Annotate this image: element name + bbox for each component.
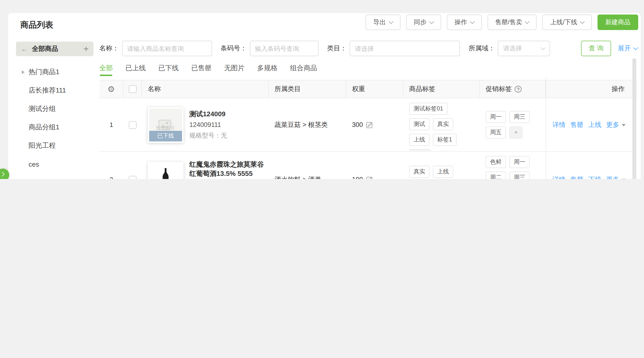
product-image: 售卖中: [148, 162, 184, 179]
filter-input[interactable]: [122, 41, 212, 56]
edit-weight-icon[interactable]: [366, 176, 373, 179]
row-checkbox[interactable]: [129, 121, 136, 129]
add-tag-button[interactable]: +: [510, 126, 522, 139]
table-body: 1暂无图片已下线测试124009124009111规格型号：无蔬菜豆菇 > 根茎…: [99, 98, 637, 179]
filter-tab[interactable]: 已售罄: [191, 64, 212, 73]
add-group-icon[interactable]: +: [84, 45, 88, 53]
chevron-down-icon: [540, 45, 546, 50]
back-arrow-icon[interactable]: ←: [21, 45, 28, 53]
tag-chip: 周三: [510, 171, 530, 179]
row-index: 2: [99, 152, 124, 179]
tag-chip: 标签1: [433, 134, 456, 146]
tag-line: 周五+: [486, 126, 539, 139]
category-cell: 酒水饮料 > 酒类: [269, 152, 346, 179]
sidebar-group-item[interactable]: 店长推荐111: [16, 81, 94, 100]
toolbar-dropdown-button[interactable]: 导出: [366, 15, 400, 30]
table-header: ⚙ 名称 所属类目 权重 商品标签 促销标签 ? 操作: [99, 80, 637, 98]
product-table: ⚙ 名称 所属类目 权重 商品标签 促销标签 ? 操作 1暂无图片已下线测试12…: [99, 80, 637, 179]
tag-line: 真实上线: [409, 166, 475, 178]
filter-tab[interactable]: 已上线: [126, 64, 146, 73]
product-cell: 售卖中红魔鬼赤霞珠之旅莫莱谷红葡萄酒13.5% 5555002070规格型号：7…: [142, 152, 269, 179]
select-all-checkbox[interactable]: [128, 85, 136, 93]
toolbar-button-label: 操作: [455, 18, 467, 27]
expand-filters-link[interactable]: 展开: [618, 44, 637, 53]
filter-input[interactable]: [350, 41, 460, 56]
sidebar-group-label: 测试分组: [28, 105, 56, 113]
tag-line: 测试标签01: [409, 103, 475, 115]
status-tabs: 全部已上线已下线已售罄无图片多规格组合商品: [99, 63, 637, 74]
sidebar-group-item[interactable]: 热门商品1: [16, 63, 94, 81]
header-product-tags: 商品标签: [403, 80, 480, 98]
sidebar-header[interactable]: ← 全部商品 +: [16, 42, 94, 56]
expand-arrow-placeholder: [22, 162, 25, 166]
tag-chip: 色鲜: [486, 156, 506, 168]
filter-input[interactable]: [250, 41, 318, 56]
main-panel: 名称：条码号：类目：所属域：请选择 查 询 展开 全部已上线已下线已售罄无图片多…: [99, 41, 637, 179]
toolbar-dropdown-button[interactable]: 操作: [447, 15, 482, 30]
sidebar-collapse-toggle[interactable]: [0, 169, 9, 179]
row-actions: 详情售罄上线更多: [546, 98, 637, 151]
row-checkbox[interactable]: [129, 176, 136, 179]
filter-tab[interactable]: 已下线: [158, 64, 179, 73]
sidebar-group-item[interactable]: ces: [16, 155, 94, 173]
caret-down-icon: [622, 124, 626, 126]
filter-tab[interactable]: 无图片: [224, 64, 244, 73]
vertical-scrollbar[interactable]: [632, 58, 636, 179]
tag-list: 色鲜周一周二周三周四周五: [486, 152, 539, 179]
row-action-link[interactable]: 上线: [588, 120, 602, 129]
sidebar-group-item[interactable]: 测试分组1: [16, 173, 94, 179]
row-checkbox-cell: [124, 152, 142, 179]
header-promo-tags: 促销标签 ?: [480, 80, 546, 98]
expand-filters-label: 展开: [618, 44, 631, 53]
filter-fields: 名称：条码号：类目：所属域：请选择: [99, 41, 559, 56]
create-product-button[interactable]: 新建商品: [598, 15, 638, 30]
product-name: 测试124009: [189, 110, 227, 119]
toolbar-dropdown-button[interactable]: 同步: [406, 15, 441, 30]
row-action-link[interactable]: 详情: [552, 120, 566, 129]
tag-line: 周一周三: [486, 111, 539, 123]
sidebar-group-item[interactable]: 阳光工程: [16, 137, 94, 155]
product-spec: 规格型号：无: [189, 131, 227, 140]
row-action-more[interactable]: 更多: [606, 120, 619, 129]
filter-select[interactable]: 请选择: [498, 41, 550, 56]
clipped-tags: [409, 149, 475, 151]
column-settings-icon[interactable]: ⚙: [108, 84, 115, 94]
page-title: 商品列表: [20, 19, 53, 31]
toolbar: 导出同步操作售罄/售卖上线/下线 新建商品: [366, 15, 638, 30]
row-action-more[interactable]: 更多: [606, 175, 619, 179]
caret-down-icon: [622, 179, 626, 179]
row-action-link[interactable]: 详情: [552, 175, 566, 179]
product-list-page: 商品列表 导出同步操作售罄/售卖上线/下线 新建商品 ← 全部商品 + 热门商品…: [0, 0, 644, 179]
chevron-down-icon: [388, 19, 394, 24]
search-button[interactable]: 查 询: [581, 41, 611, 56]
header-name: 名称: [142, 80, 269, 98]
sidebar-group-item[interactable]: 测试分组: [16, 100, 94, 118]
tag-line: 周二周三: [486, 171, 539, 179]
chevron-down-icon: [470, 19, 475, 24]
tag-chip-clipped: [409, 149, 430, 151]
filter-tab[interactable]: 全部: [99, 64, 113, 73]
tag-chip: 测试标签01: [409, 103, 448, 115]
product-image: 暂无图片已下线: [148, 107, 184, 143]
status-badge: 已下线: [149, 131, 182, 141]
promo-tags-cell: 色鲜周一周二周三周四周五: [480, 152, 546, 179]
product-cell: 暂无图片已下线测试124009124009111规格型号：无: [142, 98, 269, 151]
tag-list: 测试标签01测试真实上线标签1: [409, 98, 475, 151]
filter-tab[interactable]: 组合商品: [290, 64, 317, 73]
help-icon[interactable]: ?: [515, 86, 522, 93]
table-row: 1暂无图片已下线测试124009124009111规格型号：无蔬菜豆菇 > 根茎…: [99, 98, 637, 152]
toolbar-button-label: 售罄/售卖: [495, 18, 522, 27]
filter-field: 条码号：: [220, 41, 318, 56]
product-code: 124009111: [189, 121, 227, 128]
filter-tab[interactable]: 多规格: [257, 64, 278, 73]
row-action-link[interactable]: 售罄: [570, 120, 584, 129]
row-action-link[interactable]: 售罄: [570, 175, 584, 179]
toolbar-dropdown-button[interactable]: 上线/下线: [542, 15, 592, 30]
filter-field: 类目：: [327, 41, 460, 56]
sidebar-group-item[interactable]: 商品分组1: [16, 118, 94, 137]
edit-weight-icon[interactable]: [366, 121, 373, 128]
chevron-down-icon: [525, 19, 530, 24]
filter-field: 所属域：请选择: [469, 41, 550, 56]
toolbar-dropdown-button[interactable]: 售罄/售卖: [488, 15, 537, 30]
row-action-link[interactable]: 下线: [588, 175, 602, 179]
